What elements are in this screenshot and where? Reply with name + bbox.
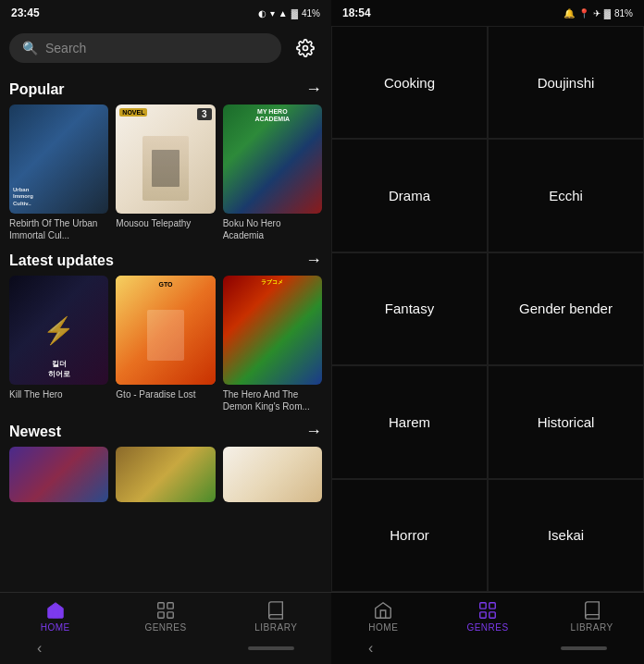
svg-rect-6 (489, 603, 495, 609)
svg-rect-7 (480, 612, 486, 618)
popular-arrow[interactable]: → (305, 80, 322, 99)
latest-cards: ⚡ 킬더히어로 Kill The Hero GTO Gto - Paradise… (0, 276, 331, 412)
svg-point-0 (303, 46, 308, 51)
right-panel: 18:54 🔔 📍 ✈ ▓ 81% Cooking Doujinshi Dram… (331, 0, 644, 664)
genre-harem[interactable]: Harem (331, 365, 488, 478)
popular-cards: UrbanImmorgCultiv.. Rebirth Of The Urban… (0, 105, 331, 241)
manga-card-latest-3[interactable]: ラブコメ The Hero And The Demon King's Rom..… (223, 276, 322, 412)
nav-genres-label-left: GENRES (144, 622, 186, 633)
manga-title-3: Boku No Hero Academia (223, 217, 322, 241)
svg-rect-8 (489, 612, 495, 618)
nav-genres-right[interactable]: GENRES (436, 593, 540, 636)
manga-card-popular-2[interactable]: NOVEL 3 Mousou Telepathy (116, 105, 215, 241)
genre-ecchi-label: Ecchi (549, 188, 583, 203)
latest-arrow[interactable]: → (305, 251, 322, 270)
newest-title: Newest (9, 424, 61, 440)
settings-button[interactable] (289, 31, 322, 65)
manga-title-4: Kill The Hero (9, 388, 108, 400)
back-arrow-left[interactable]: ‹ (37, 640, 42, 657)
manga-cover-1: UrbanImmorgCultiv.. (9, 105, 108, 214)
svg-rect-4 (167, 612, 173, 618)
search-icon: 🔍 (22, 41, 38, 55)
genre-fantasy[interactable]: Fantasy (331, 252, 488, 365)
nav-library-left[interactable]: LIBRARY (221, 593, 331, 636)
newest-cover-2[interactable] (116, 447, 215, 502)
genre-fantasy-label: Fantasy (385, 301, 434, 316)
status-time-right: 18:54 (342, 6, 371, 19)
genre-isekai-label: Isekai (548, 527, 584, 543)
genre-harem-label: Harem (389, 414, 430, 430)
manga-cover-6: ラブコメ (223, 276, 322, 385)
genre-doujinshi-label: Doujinshi (538, 75, 595, 91)
genre-gender-bender-label: Gender bender (519, 301, 613, 316)
genre-isekai[interactable]: Isekai (488, 479, 644, 592)
genre-horror[interactable]: Horror (331, 479, 488, 592)
svg-rect-3 (158, 612, 164, 618)
genre-cooking[interactable]: Cooking (331, 26, 488, 139)
manga-cover-4: ⚡ 킬더히어로 (9, 276, 108, 385)
pill-right (561, 646, 607, 650)
nav-home-right[interactable]: HOME (331, 593, 436, 636)
nav-library-right[interactable]: LIBRARY (539, 593, 644, 636)
manga-card-popular-1[interactable]: UrbanImmorgCultiv.. Rebirth Of The Urban… (9, 105, 108, 241)
manga-title-6: The Hero And The Demon King's Rom... (223, 388, 322, 412)
search-placeholder: Search (45, 41, 86, 55)
back-indicator-left: ‹ (0, 636, 331, 664)
manga-card-popular-3[interactable]: MY HEROACADEMIA Boku No Hero Academia (223, 105, 322, 241)
genre-drama-label: Drama (389, 188, 430, 203)
genre-historical-label: Historical (538, 414, 595, 430)
nav-home-label-left: HOME (41, 622, 70, 633)
bottom-nav-left: HOME GENRES LIBRARY (0, 592, 331, 636)
nav-library-label-right: LIBRARY (571, 622, 613, 633)
latest-title: Latest updates (9, 252, 114, 269)
back-indicator-right: ‹ (331, 636, 644, 664)
left-panel: 23:45 ◐ ▾ ▲ ▓ 41% 🔍 Search Popular → Urb… (0, 0, 331, 664)
manga-card-latest-2[interactable]: GTO Gto - Paradise Lost (116, 276, 215, 412)
bottom-nav-right: HOME GENRES LIBRARY (331, 592, 644, 636)
status-time-left: 23:45 (11, 6, 40, 19)
latest-section-header: Latest updates → (0, 241, 331, 276)
manga-cover-5: GTO (116, 276, 215, 385)
nav-home-label-right: HOME (368, 622, 398, 633)
newest-arrow[interactable]: → (305, 422, 322, 441)
status-bar-right: 18:54 🔔 📍 ✈ ▓ 81% (331, 0, 644, 26)
nav-genres-left[interactable]: GENRES (110, 593, 220, 636)
manga-title-5: Gto - Paradise Lost (116, 388, 215, 400)
genre-gender-bender[interactable]: Gender bender (488, 252, 644, 365)
search-bar: 🔍 Search (9, 31, 322, 65)
nav-genres-label-right: GENRES (466, 622, 508, 633)
newest-cover-1[interactable] (9, 447, 108, 502)
genre-historical[interactable]: Historical (488, 365, 644, 478)
svg-rect-2 (167, 603, 173, 609)
manga-title-1: Rebirth Of The Urban Immortal Cul... (9, 217, 108, 241)
manga-card-latest-1[interactable]: ⚡ 킬더히어로 Kill The Hero (9, 276, 108, 412)
manga-cover-3: MY HEROACADEMIA (223, 105, 322, 214)
genres-grid: Cooking Doujinshi Drama Ecchi Fantasy Ge… (331, 26, 644, 592)
svg-rect-5 (480, 603, 486, 609)
manga-cover-2: NOVEL 3 (116, 105, 215, 214)
manga-title-2: Mousou Telepathy (116, 217, 215, 229)
status-icons-right: 🔔 📍 ✈ ▓ 81% (564, 8, 633, 18)
genre-doujinshi[interactable]: Doujinshi (488, 26, 644, 139)
genre-cooking-label: Cooking (384, 75, 435, 91)
popular-section-header: Popular → (0, 70, 331, 105)
status-bar-left: 23:45 ◐ ▾ ▲ ▓ 41% (0, 0, 331, 26)
nav-home-left[interactable]: HOME (0, 593, 110, 636)
pill-left (248, 646, 294, 650)
search-container[interactable]: 🔍 Search (9, 33, 281, 63)
genre-ecchi[interactable]: Ecchi (488, 139, 644, 252)
back-arrow-right[interactable]: ‹ (368, 640, 373, 657)
newest-cover-3[interactable] (223, 447, 322, 502)
svg-rect-1 (158, 603, 164, 609)
genre-horror-label: Horror (390, 527, 429, 543)
newest-section-header: Newest → (0, 412, 331, 447)
popular-title: Popular (9, 81, 65, 98)
newest-cards (0, 447, 331, 502)
genre-drama[interactable]: Drama (331, 139, 488, 252)
nav-library-label-left: LIBRARY (254, 622, 297, 633)
status-icons-left: ◐ ▾ ▲ ▓ 41% (258, 8, 320, 18)
